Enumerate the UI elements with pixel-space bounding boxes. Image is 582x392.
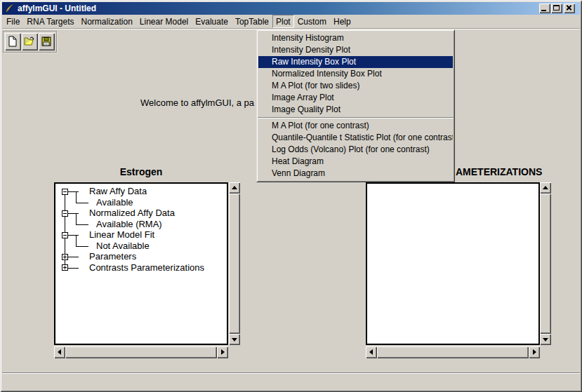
app-feather-icon: [4, 4, 14, 13]
save-floppy-icon: [41, 36, 52, 47]
tree-collapse-toggle[interactable]: [62, 189, 68, 195]
menubar-item-file[interactable]: File: [3, 15, 23, 28]
scroll-thumb[interactable]: [540, 194, 551, 334]
tree-collapse-toggle[interactable]: [62, 232, 68, 238]
plot-menu-dropdown: Intensity HistogramIntensity Density Plo…: [256, 29, 455, 182]
menu-item-venn-diagram[interactable]: Venn Diagram: [258, 168, 453, 180]
tree-item-raw-affy-data[interactable]: Raw Affy Data: [89, 186, 147, 197]
tree-connector-line: [68, 257, 79, 257]
scroll-up-icon: [543, 186, 548, 189]
scroll-up-button[interactable]: [540, 182, 551, 194]
menu-separator: [258, 117, 454, 119]
scroll-track[interactable]: [540, 194, 551, 334]
menu-item-intensity-density-plot[interactable]: Intensity Density Plot: [258, 44, 453, 56]
status-tree: Raw Affy DataAvailableNormalized Affy Da…: [55, 184, 227, 344]
right-horizontal-scrollbar[interactable]: [366, 346, 540, 358]
menubar-item-evaluate[interactable]: Evaluate: [192, 15, 232, 28]
menu-item-image-quality-plot[interactable]: Image Quality Plot: [258, 104, 453, 116]
maximize-button[interactable]: [551, 4, 562, 13]
status-bar: [2, 374, 580, 390]
tree-item-linear-model-fit[interactable]: Linear Model Fit: [89, 229, 154, 241]
menu-item-raw-intensity-box-plot[interactable]: Raw Intensity Box Plot: [258, 56, 453, 68]
maximize-icon: [553, 5, 560, 11]
left-horizontal-scrollbar[interactable]: [54, 346, 228, 358]
toolbar: [3, 31, 58, 53]
right-vertical-scrollbar[interactable]: [540, 182, 551, 345]
scroll-thumb[interactable]: [229, 194, 240, 334]
tree-connector-line: [76, 246, 88, 247]
left-panel-title: Estrogen: [54, 166, 228, 177]
tree-item-available[interactable]: Available: [96, 197, 133, 208]
titlebar[interactable]: affylmGUI - Untitled: [2, 2, 580, 15]
menubar-item-help[interactable]: Help: [330, 15, 355, 28]
scroll-up-button[interactable]: [229, 182, 240, 194]
tree-expand-toggle[interactable]: [62, 264, 68, 271]
scroll-up-icon: [232, 186, 237, 189]
scroll-thumb[interactable]: [377, 346, 529, 358]
scroll-right-button[interactable]: [217, 346, 228, 358]
scroll-thumb[interactable]: [65, 346, 217, 358]
scroll-right-icon: [221, 349, 225, 355]
minimize-button[interactable]: [539, 4, 550, 13]
right-panel-title: AMETERIZATIONS: [456, 166, 542, 177]
scroll-left-button[interactable]: [54, 346, 65, 358]
tree-item-normalized-affy-data[interactable]: Normalized Affy Data: [89, 208, 175, 219]
scroll-down-button[interactable]: [540, 334, 551, 345]
contrasts-listbox[interactable]: [366, 182, 540, 345]
tree-connector-line: [68, 191, 79, 192]
menu-item-quantile-quantile-t-statistic-plot-for-one-contrast-[interactable]: Quantile-Quantile t Statistic Plot (for …: [258, 132, 453, 144]
tree-collapse-toggle[interactable]: [62, 210, 68, 217]
scroll-left-button[interactable]: [366, 346, 377, 358]
window-title: affylmGUI - Untitled: [18, 2, 96, 15]
menu-item-m-a-plot-for-one-contrast-[interactable]: M A Plot (for one contrast): [258, 120, 453, 132]
tree-connector-line: [68, 268, 79, 269]
tree-item-not-available[interactable]: Not Available: [96, 241, 150, 252]
tree-connector-line: [76, 203, 88, 203]
menubar: FileRNA TargetsNormalizationLinear Model…: [2, 15, 580, 29]
tree-item-contrasts-parameterizations[interactable]: Contrasts Parameterizations: [89, 262, 204, 273]
menubar-item-toptable[interactable]: TopTable: [232, 15, 272, 28]
menubar-item-plot[interactable]: Plot: [272, 15, 294, 28]
scroll-left-icon: [369, 349, 373, 355]
menu-item-intensity-histogram[interactable]: Intensity Histogram: [258, 32, 453, 44]
scroll-down-button[interactable]: [229, 334, 240, 345]
scroll-right-button[interactable]: [529, 346, 540, 358]
tree-item-parameters[interactable]: Parameters: [89, 251, 136, 262]
new-file-button[interactable]: [5, 33, 21, 50]
tree-connector-line: [76, 213, 77, 224]
status-tree-listbox[interactable]: Raw Affy DataAvailableNormalized Affy Da…: [54, 182, 228, 345]
open-file-button[interactable]: [22, 33, 38, 50]
menubar-item-linear-model[interactable]: Linear Model: [136, 15, 192, 28]
close-button[interactable]: [564, 4, 575, 13]
scroll-down-icon: [232, 338, 237, 342]
tree-connector-line: [68, 235, 79, 236]
tree-connector-line: [68, 213, 79, 214]
menu-item-log-odds-volcano-plot-for-one-contrast-[interactable]: Log Odds (Volcano) Plot (for one contras…: [258, 144, 453, 156]
menu-item-m-a-plot-for-two-slides-[interactable]: M A Plot (for two slides): [258, 80, 453, 92]
tree-connector-line: [76, 235, 77, 246]
open-folder-icon: [24, 36, 35, 47]
menubar-item-rna-targets[interactable]: RNA Targets: [23, 15, 77, 28]
menubar-item-custom[interactable]: Custom: [294, 15, 330, 28]
menu-item-heat-diagram[interactable]: Heat Diagram: [258, 156, 453, 168]
tree-connector-line: [76, 191, 77, 203]
new-document-icon: [7, 36, 18, 47]
tree-connector-line: [76, 224, 88, 225]
scroll-track[interactable]: [229, 194, 240, 334]
minimize-icon: [541, 10, 546, 11]
welcome-text: Welcome to affylmGUI, a pa: [140, 97, 254, 108]
left-vertical-scrollbar[interactable]: [229, 182, 240, 345]
scroll-track[interactable]: [377, 346, 529, 358]
menubar-item-normalization[interactable]: Normalization: [78, 15, 136, 28]
scroll-left-icon: [58, 349, 61, 355]
scroll-down-icon: [543, 338, 548, 342]
save-file-button[interactable]: [39, 33, 55, 50]
scroll-right-icon: [533, 349, 536, 355]
menu-item-image-array-plot[interactable]: Image Array Plot: [258, 92, 453, 104]
app-window: affylmGUI - Untitled FileRNA TargetsNorm…: [0, 0, 582, 392]
tree-item-available-rma-[interactable]: Available (RMA): [96, 219, 162, 230]
scroll-track[interactable]: [65, 346, 217, 358]
menu-item-normalized-intensity-box-plot[interactable]: Normalized Intensity Box Plot: [258, 68, 453, 80]
tree-expand-toggle[interactable]: [62, 254, 68, 260]
